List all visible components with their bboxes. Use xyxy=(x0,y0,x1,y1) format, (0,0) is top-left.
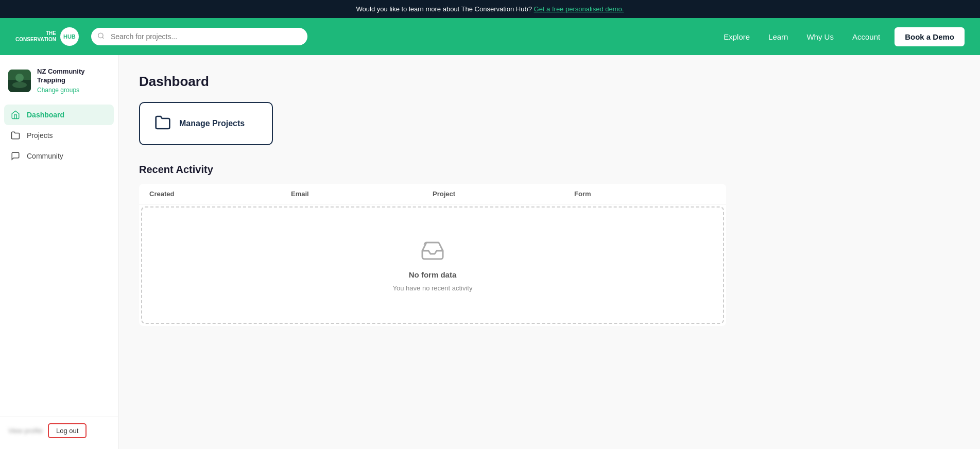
logo-circle[interactable]: HUB xyxy=(60,27,79,46)
svg-point-0 xyxy=(98,33,103,38)
table-header: Created Email Project Form xyxy=(139,184,726,204)
logo-text-brand: CONSERVATION xyxy=(15,37,56,43)
sidebar-item-projects-label: Projects xyxy=(27,131,53,140)
svg-point-4 xyxy=(15,74,24,82)
sidebar: NZ Community Trapping Change groups Dash… xyxy=(0,55,118,449)
inbox-icon xyxy=(420,238,445,265)
logout-button[interactable]: Log out xyxy=(48,423,87,438)
header-form: Form xyxy=(574,190,716,198)
org-name: NZ Community Trapping xyxy=(37,67,110,85)
folder-icon xyxy=(10,130,21,141)
recent-activity-title: Recent Activity xyxy=(139,164,959,176)
nav-link-learn[interactable]: Learn xyxy=(760,28,796,45)
sidebar-item-projects[interactable]: Projects xyxy=(4,125,114,146)
search-bar xyxy=(91,28,307,45)
empty-title: No form data xyxy=(409,270,457,279)
org-section: NZ Community Trapping Change groups xyxy=(0,67,118,105)
main-nav: THE CONSERVATION HUB Explore Learn Why U… xyxy=(0,18,980,55)
svg-line-1 xyxy=(102,37,104,39)
header-created: Created xyxy=(149,190,291,198)
empty-state: No form data You have no recent activity xyxy=(141,206,724,324)
manage-projects-icon xyxy=(154,114,171,133)
page-title: Dashboard xyxy=(139,74,959,90)
search-icon xyxy=(97,32,105,41)
sidebar-footer: View profile Log out xyxy=(0,417,118,444)
logo-text-top: THE xyxy=(15,30,56,37)
nav-link-why-us[interactable]: Why Us xyxy=(798,28,842,45)
manage-projects-card[interactable]: Manage Projects xyxy=(139,102,273,145)
header-project: Project xyxy=(433,190,574,198)
search-input[interactable] xyxy=(91,28,307,45)
svg-point-5 xyxy=(12,82,27,88)
sidebar-nav: Dashboard Projects Community xyxy=(0,105,118,417)
main-content: Dashboard Manage Projects Recent Activit… xyxy=(118,55,980,449)
change-groups-link[interactable]: Change groups xyxy=(37,87,79,94)
header-email: Email xyxy=(291,190,433,198)
org-avatar xyxy=(8,70,31,92)
nav-link-account[interactable]: Account xyxy=(844,28,888,45)
chat-icon xyxy=(10,151,21,161)
book-demo-button[interactable]: Book a Demo xyxy=(895,27,965,46)
org-info: NZ Community Trapping Change groups xyxy=(37,67,110,94)
announcement-bar: Would you like to learn more about The C… xyxy=(0,0,980,18)
sidebar-item-dashboard-label: Dashboard xyxy=(27,111,64,119)
logo: THE CONSERVATION HUB xyxy=(15,27,79,46)
sidebar-item-dashboard[interactable]: Dashboard xyxy=(4,105,114,125)
view-profile-label: View profile xyxy=(8,427,43,435)
nav-link-explore[interactable]: Explore xyxy=(715,28,758,45)
sidebar-item-community[interactable]: Community xyxy=(4,146,114,166)
manage-projects-label: Manage Projects xyxy=(179,119,245,128)
sidebar-item-community-label: Community xyxy=(27,152,63,160)
activity-table: Created Email Project Form No form data … xyxy=(139,184,726,326)
nav-links: Explore Learn Why Us Account Book a Demo xyxy=(715,27,965,46)
empty-subtitle: You have no recent activity xyxy=(393,284,473,292)
announcement-text: Would you like to learn more about The C… xyxy=(356,5,532,13)
home-icon xyxy=(10,110,21,120)
page-body: NZ Community Trapping Change groups Dash… xyxy=(0,55,980,449)
announcement-link[interactable]: Get a free personalised demo. xyxy=(534,5,624,13)
